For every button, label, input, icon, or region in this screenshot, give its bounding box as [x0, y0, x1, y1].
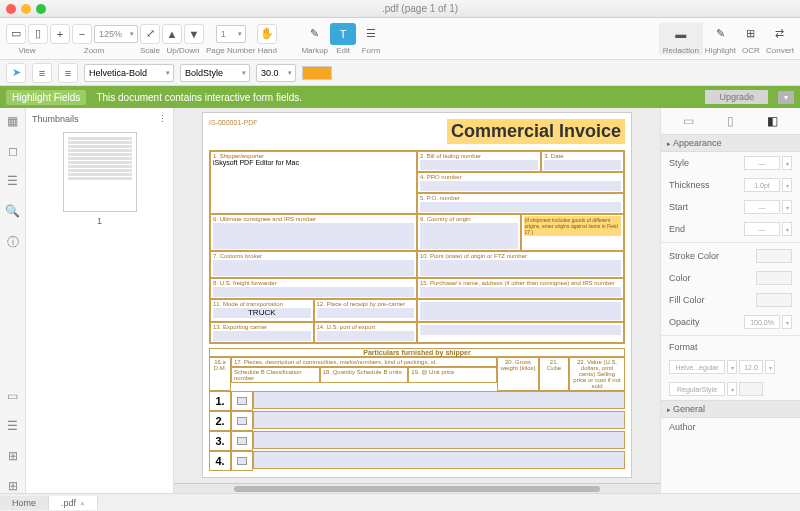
grid2-icon[interactable]: ⊞: [8, 479, 18, 493]
list-icon[interactable]: ☰: [7, 419, 18, 433]
col-22: 22. Value (U.S. dollars, omit cents) Sel…: [569, 357, 625, 391]
field-13-input[interactable]: [213, 331, 311, 341]
end-step[interactable]: ▾: [782, 222, 792, 236]
page-number-input[interactable]: 1: [216, 25, 246, 43]
field-4-input[interactable]: [420, 181, 621, 191]
ocr-icon[interactable]: ⊞: [738, 23, 764, 45]
stroke-swatch[interactable]: [756, 249, 792, 263]
line-4-input[interactable]: [253, 451, 625, 469]
invoice-title[interactable]: Commercial Invoice: [447, 119, 625, 144]
page-thumbnail[interactable]: [63, 132, 137, 212]
color-label: Color: [669, 273, 691, 283]
close-tab-icon[interactable]: ×: [80, 499, 85, 508]
align-left-icon[interactable]: ≡: [32, 63, 52, 83]
props-tab-3-icon[interactable]: ◧: [767, 114, 778, 128]
field-15c-input[interactable]: [420, 325, 621, 335]
line-2-input[interactable]: [253, 411, 625, 429]
field-15-input[interactable]: [420, 287, 621, 297]
style-select[interactable]: —: [744, 156, 780, 170]
field-11-input[interactable]: TRUCK: [213, 308, 311, 318]
field-14-input[interactable]: [317, 331, 415, 341]
start-step[interactable]: ▾: [782, 200, 792, 214]
hand-icon[interactable]: ✋: [257, 24, 277, 44]
line-1-check[interactable]: [231, 391, 253, 411]
props-tab-2-icon[interactable]: ▯: [727, 114, 734, 128]
close-icon[interactable]: [6, 4, 16, 14]
text-color-swatch[interactable]: [739, 382, 763, 396]
thumbnails-icon[interactable]: ▦: [7, 114, 18, 128]
field-15b-input[interactable]: [420, 302, 621, 320]
bookmark-icon[interactable]: ◻: [8, 144, 18, 158]
zoom-label: Zoom: [84, 46, 104, 55]
field-12-input[interactable]: [317, 308, 415, 318]
font-format-select[interactable]: Helve...egular: [669, 360, 725, 374]
minimize-icon[interactable]: [21, 4, 31, 14]
end-select[interactable]: —: [744, 222, 780, 236]
page-up-icon[interactable]: ▲: [162, 24, 182, 44]
props-tab-1-icon[interactable]: ▭: [683, 114, 694, 128]
view-single-icon[interactable]: ▯: [28, 24, 48, 44]
convert-icon[interactable]: ⇄: [767, 23, 793, 45]
outline-icon[interactable]: ☰: [7, 174, 18, 188]
field-5-input[interactable]: [420, 202, 621, 212]
field-2-input[interactable]: [420, 160, 538, 170]
color-swatch-prop[interactable]: [756, 271, 792, 285]
field-9-input[interactable]: [420, 223, 518, 249]
redaction-icon[interactable]: ▬: [668, 23, 694, 45]
doc-tab[interactable]: .pdf×: [49, 496, 98, 510]
line-3-check[interactable]: [231, 431, 253, 451]
color-swatch[interactable]: [302, 66, 332, 80]
size-select[interactable]: 30.0: [256, 64, 296, 82]
thickness-step[interactable]: ▾: [782, 178, 792, 192]
edit-icon[interactable]: T: [330, 23, 356, 45]
banner-menu-icon[interactable]: ▾: [778, 91, 794, 104]
field-6-input[interactable]: [213, 223, 414, 249]
markup-icon[interactable]: ✎: [302, 23, 328, 45]
home-tab[interactable]: Home: [0, 496, 49, 510]
view-outline-icon[interactable]: ▭: [6, 24, 26, 44]
info-icon[interactable]: ⓘ: [7, 234, 19, 251]
zoom-out-icon[interactable]: −: [72, 24, 92, 44]
start-label: Start: [669, 202, 688, 212]
field-8-input[interactable]: [213, 287, 414, 297]
line-2-check[interactable]: [231, 411, 253, 431]
highlight-icon[interactable]: ✎: [707, 23, 733, 45]
line-1-input[interactable]: [253, 391, 625, 409]
font-select[interactable]: Helvetica-Bold: [84, 64, 174, 82]
attach-icon[interactable]: ▭: [7, 389, 18, 403]
style-select[interactable]: BoldStyle: [180, 64, 250, 82]
form-icon[interactable]: ☰: [358, 23, 384, 45]
grid-icon[interactable]: ⊞: [8, 449, 18, 463]
thickness-input[interactable]: 1.0pt: [744, 178, 780, 192]
line-4-check[interactable]: [231, 451, 253, 471]
zoom-select[interactable]: 125%: [94, 25, 138, 43]
appearance-section[interactable]: Appearance: [661, 134, 800, 152]
field-10-input[interactable]: [420, 260, 621, 276]
start-select[interactable]: —: [744, 200, 780, 214]
align-right-icon[interactable]: ≡: [58, 63, 78, 83]
cursor-icon[interactable]: ➤: [6, 63, 26, 83]
weight-format-select[interactable]: RegularStyle: [669, 382, 725, 396]
highlight-fields-button[interactable]: Highlight Fields: [6, 90, 86, 105]
line-3-input[interactable]: [253, 431, 625, 449]
scale-icon[interactable]: ⤢: [140, 24, 160, 44]
opacity-input[interactable]: 100.0%: [744, 315, 780, 329]
document-view[interactable]: IS-000001-PDF Commercial Invoice 1. Ship…: [174, 108, 660, 493]
fill-swatch[interactable]: [756, 293, 792, 307]
general-section[interactable]: General: [661, 400, 800, 418]
upgrade-button[interactable]: Upgrade: [705, 90, 768, 104]
opacity-step[interactable]: ▾: [782, 315, 792, 329]
field-7-input[interactable]: [213, 260, 414, 276]
field-9-label: 9. Country of origin: [420, 216, 518, 222]
field-3-input[interactable]: [544, 160, 621, 170]
size-format-input[interactable]: 12.0: [739, 360, 763, 374]
edit-label: Edit: [336, 46, 350, 55]
page-down-icon[interactable]: ▼: [184, 24, 204, 44]
field-1-value[interactable]: iSkysoft PDF Editor for Mac: [213, 159, 299, 166]
maximize-icon[interactable]: [36, 4, 46, 14]
search-icon[interactable]: 🔍: [5, 204, 20, 218]
zoom-in-icon[interactable]: +: [50, 24, 70, 44]
style-step[interactable]: ▾: [782, 156, 792, 170]
horizontal-scrollbar[interactable]: [174, 483, 660, 493]
thumbnails-menu-icon[interactable]: ⋮: [158, 114, 167, 124]
